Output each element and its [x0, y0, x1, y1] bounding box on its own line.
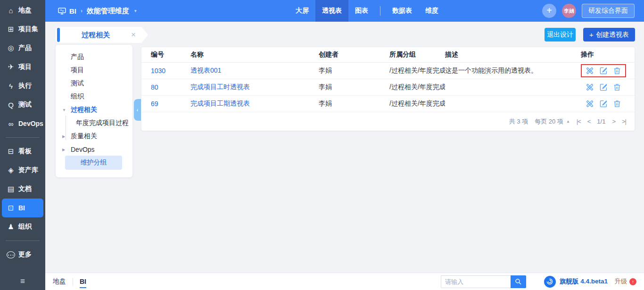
tree-item-project[interactable]: 项目 [56, 64, 132, 77]
delete-icon[interactable] [613, 66, 621, 75]
caret-down-icon[interactable]: ▼ [62, 108, 66, 112]
sidebar-item-test[interactable]: Q 测试 [2, 95, 43, 114]
tree-item-quality[interactable]: ▶ 质量相关 [56, 130, 132, 143]
sidebar-item-doc[interactable]: ▤ 文档 [2, 180, 43, 199]
col-group: 所属分组 [389, 50, 445, 59]
search-icon [514, 278, 522, 285]
workbench-button[interactable]: 研发综合界面 [582, 4, 635, 18]
footer-search [441, 275, 526, 288]
tab-chart[interactable]: 图表 [348, 0, 375, 22]
cell-desc: 这是一个功能演示用的透视表。 [445, 66, 581, 75]
pager-next-icon[interactable]: > [612, 118, 615, 125]
caret-up-icon: ▲ [566, 119, 570, 124]
design-icon[interactable] [586, 83, 594, 91]
tree-item-process[interactable]: ▼ 过程相关 [56, 103, 132, 116]
more-dots-icon: ⋯ [7, 251, 15, 258]
delete-icon[interactable] [613, 83, 621, 91]
sidebar-item-kanban[interactable]: ⊟ 看板 [2, 142, 43, 161]
col-name: 名称 [190, 50, 319, 59]
exit-design-button[interactable]: 退出设计 [545, 28, 576, 41]
search-button[interactable] [511, 275, 526, 288]
sidebar-item-label: 项目 [18, 63, 32, 71]
edit-icon[interactable] [599, 66, 608, 75]
tree-item-annual-process[interactable]: 年度完成项目过程 [56, 116, 132, 130]
design-icon[interactable] [586, 66, 594, 75]
edit-icon[interactable] [599, 83, 608, 91]
panel-collapse-handle[interactable]: ‹ [134, 99, 141, 121]
sidebar-item-label: 资产库 [18, 166, 38, 174]
sidebar-item-project[interactable]: ✈ 项目 [2, 58, 43, 76]
tab-pivot[interactable]: 透视表 [315, 0, 348, 22]
close-icon[interactable]: × [131, 30, 136, 40]
tab-datatable[interactable]: 数据表 [386, 0, 419, 22]
pivot-name-link[interactable]: 完成项目工期透视表 [190, 99, 250, 107]
table-header-row: 编号 名称 创建者 所属分组 描述 操作 [141, 47, 635, 63]
sidebar-item-label: 组织 [18, 223, 32, 231]
sidebar-item-product[interactable]: ◎ 产品 [2, 39, 43, 58]
breadcrumb-dimension[interactable]: 效能管理维度 [87, 7, 129, 16]
kanban-board-icon: ⊟ [7, 147, 15, 156]
sidebar-item-label: 产品 [18, 44, 32, 52]
pager-per-page[interactable]: 每页 20 项 [535, 117, 563, 126]
pivot-id-link[interactable]: 80 [151, 83, 158, 91]
sidebar-divider [6, 137, 40, 138]
cell-creator: 李娟 [319, 99, 389, 108]
create-pivot-label: 创建透视表 [596, 31, 629, 39]
pivot-id-link[interactable]: 69 [151, 100, 158, 108]
app-sidebar: ⌂ 地盘 ⊞ 项目集 ◎ 产品 ✈ 项目 ϟ 执行 Q 测试 ∞ DevOps … [0, 0, 45, 290]
sidebar-item-home[interactable]: ⌂ 地盘 [2, 1, 43, 20]
caret-right-icon[interactable]: ▶ [62, 134, 65, 139]
navbar-actions: + 李娟 研发综合界面 [542, 0, 635, 22]
upgrade-badge-icon[interactable]: ↑ [629, 278, 636, 285]
top-navbar: BI › 效能管理维度 ▾ 大屏 透视表 图表 数据表 维度 + 李娟 研发综合… [45, 0, 644, 22]
pivot-name-link[interactable]: 完成项目工时透视表 [190, 83, 250, 91]
pivot-id-link[interactable]: 1030 [151, 67, 165, 75]
tree-item-test[interactable]: 测试 [56, 77, 132, 90]
group-tab-process[interactable]: 过程相关 × [56, 27, 148, 43]
sidebar-item-label: BI [18, 204, 25, 212]
add-button[interactable]: + [542, 4, 556, 18]
maintain-group-button[interactable]: 维护分组 [65, 156, 122, 170]
breadcrumb-app[interactable]: BI [58, 7, 76, 16]
cell-group: /过程相关/年度完成项 [389, 66, 445, 75]
row-actions [581, 97, 626, 110]
tree-item-devops[interactable]: ▶ DevOps [56, 143, 132, 156]
pagination: 共 3 项 每页 20 项 ▲ |< < 1/1 > >| [141, 112, 635, 131]
pager-prev-icon[interactable]: < [587, 118, 591, 125]
sidebar-item-execution[interactable]: ϟ 执行 [2, 76, 43, 95]
tree-connector-line [66, 116, 66, 140]
sidebar-item-label: 测试 [18, 100, 32, 109]
org-people-icon: ♟ [7, 223, 15, 231]
sidebar-item-program[interactable]: ⊞ 项目集 [2, 20, 43, 39]
edit-icon[interactable] [599, 99, 608, 108]
avatar[interactable]: 李娟 [562, 4, 576, 18]
upgrade-link[interactable]: 升级 [614, 277, 627, 286]
bi-module-tabs: 大屏 透视表 图表 数据表 维度 [289, 0, 445, 22]
sidebar-item-org[interactable]: ♟ 组织 [2, 217, 43, 236]
cell-creator: 李娟 [319, 83, 389, 91]
sidebar-item-label: 看板 [18, 147, 32, 156]
design-icon[interactable] [586, 99, 594, 108]
pivot-name-link[interactable]: 透视表001 [190, 66, 221, 74]
sidebar-item-assets[interactable]: ◈ 资产库 [2, 161, 43, 180]
tree-item-org[interactable]: 组织 [56, 90, 132, 103]
footer-tab-home[interactable]: 地盘 [53, 277, 66, 286]
sidebar-item-more[interactable]: ⋯ 更多 [2, 245, 43, 264]
footer-bar: 地盘 BI 旗舰版 4.4.beta1 升级 ↑ [45, 273, 644, 290]
zentao-logo [544, 276, 556, 288]
tab-bigscreen[interactable]: 大屏 [289, 0, 315, 22]
create-pivot-button[interactable]: + 创建透视表 [583, 28, 635, 41]
menu-collapse-icon[interactable]: ≡ [0, 277, 45, 286]
caret-right-icon[interactable]: ▶ [62, 148, 65, 152]
tree-item-product[interactable]: 产品 [56, 50, 132, 64]
sidebar-item-devops[interactable]: ∞ DevOps [2, 114, 43, 133]
bi-monitor-icon [58, 7, 66, 16]
footer-tab-bi[interactable]: BI [80, 278, 86, 285]
pager-first-icon[interactable]: |< [577, 118, 581, 125]
pager-last-icon[interactable]: >| [622, 118, 626, 125]
search-input[interactable] [441, 275, 511, 288]
delete-icon[interactable] [613, 99, 621, 108]
sidebar-item-bi[interactable]: ⊡ BI [2, 199, 43, 217]
col-ops: 操作 [581, 50, 635, 59]
tab-dimension[interactable]: 维度 [419, 0, 445, 22]
